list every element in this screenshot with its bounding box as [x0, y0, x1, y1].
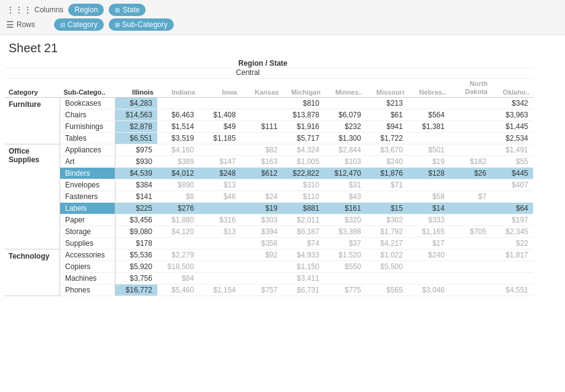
- subcategory-cell: Chairs: [60, 109, 115, 121]
- cell-nebraska: $58: [408, 191, 450, 203]
- cell-indiana: $2,279: [157, 249, 199, 261]
- cell-oklahoma: [491, 191, 533, 203]
- cell-nebraska: [408, 273, 450, 284]
- category-cell: Technology: [5, 249, 60, 296]
- cell-iowa: $46: [199, 191, 241, 203]
- rows-row: ☰ Rows ⊟ Category ⊞ Sub-Category: [6, 18, 559, 31]
- table-row: Machines$3,756$84$3,411: [5, 273, 533, 284]
- cell-north_dakota: [450, 284, 491, 296]
- cell-nebraska: [408, 133, 450, 144]
- col-michigan-header: Michigan: [282, 79, 324, 98]
- cell-illinois: $4,539: [115, 168, 157, 179]
- cell-indiana: $3,519: [157, 133, 199, 144]
- cell-michigan: $110: [282, 191, 324, 203]
- cell-michigan: $4,324: [282, 144, 324, 156]
- cell-kansas: $303: [241, 214, 282, 226]
- subcategory-cell: Paper: [60, 214, 115, 226]
- subcategory-cell: Tables: [60, 133, 115, 144]
- cell-north_dakota: [450, 273, 491, 284]
- cell-michigan: $1,005: [282, 156, 324, 168]
- cell-minnesota: $161: [324, 203, 366, 214]
- cell-kansas: [241, 133, 282, 144]
- subcategory-cell: Supplies: [60, 238, 115, 249]
- col-minnesota-header: Minnes..: [324, 79, 366, 98]
- header-central-row: Central: [5, 68, 533, 79]
- cell-michigan: $74: [282, 238, 324, 249]
- col-iowa-header: Iowa: [199, 79, 241, 98]
- cell-missouri: $5,500: [366, 261, 408, 273]
- data-table: Region / State Central Category Sub-Cate…: [5, 58, 533, 296]
- cell-iowa: $13: [199, 179, 241, 191]
- cell-missouri: $1,792: [366, 226, 408, 238]
- cell-indiana: $389: [157, 156, 199, 168]
- category-pill[interactable]: ⊟ Category: [54, 18, 104, 31]
- header-cols-row: Category Sub-Catego.. Illinois Indiana I…: [5, 79, 533, 98]
- cell-minnesota: $550: [324, 261, 366, 273]
- cell-indiana: $84: [157, 273, 199, 284]
- cell-north_dakota: $7: [450, 191, 491, 203]
- cell-michigan: $5,717: [282, 133, 324, 144]
- cell-minnesota: $37: [324, 238, 366, 249]
- cell-illinois: $16,772: [115, 284, 157, 296]
- table-row: Copiers$5,920$18,500$1,150$550$5,500: [5, 261, 533, 273]
- cell-minnesota: $232: [324, 121, 366, 133]
- subcategory-cell: Storage: [60, 226, 115, 238]
- cell-minnesota: $2,844: [324, 144, 366, 156]
- category-icon: ⊟: [60, 22, 65, 28]
- col-indiana-header: Indiana: [157, 79, 199, 98]
- table-row: Envelopes$384$890$13$310$31$71$407: [5, 179, 533, 191]
- cell-iowa: [199, 203, 241, 214]
- subcategory-cell: Appliances: [60, 144, 115, 156]
- cell-indiana: $1,514: [157, 121, 199, 133]
- cell-north_dakota: [450, 249, 491, 261]
- columns-icon: ⋮⋮⋮: [6, 5, 32, 15]
- state-pill[interactable]: ⊞ State: [109, 4, 146, 16]
- cell-oklahoma: $1,445: [491, 121, 533, 133]
- cell-iowa: $248: [199, 168, 241, 179]
- cell-missouri: $941: [366, 121, 408, 133]
- table-row: Binders$4,539$4,012$248$612$22,822$12,47…: [5, 168, 533, 179]
- cell-indiana: $4,160: [157, 144, 199, 156]
- cell-oklahoma: [491, 273, 533, 284]
- cell-nebraska: $501: [408, 144, 450, 156]
- cell-iowa: $316: [199, 214, 241, 226]
- cell-illinois: $930: [115, 156, 157, 168]
- cell-kansas: [241, 98, 282, 109]
- cell-minnesota: $43: [324, 191, 366, 203]
- cell-iowa: $1,154: [199, 284, 241, 296]
- table-row: Furnishings$2,878$1,514$49$111$1,916$232…: [5, 121, 533, 133]
- cell-missouri: $71: [366, 179, 408, 191]
- subcategory-cell: Accessories: [60, 249, 115, 261]
- cell-indiana: $276: [157, 203, 199, 214]
- cell-minnesota: $31: [324, 179, 366, 191]
- subcategory-pill[interactable]: ⊞ Sub-Category: [109, 18, 174, 31]
- cell-nebraska: [408, 179, 450, 191]
- cell-minnesota: [324, 98, 366, 109]
- cell-nebraska: $1,165: [408, 226, 450, 238]
- cell-minnesota: $6,079: [324, 109, 366, 121]
- region-pill[interactable]: Region: [68, 4, 104, 16]
- cell-illinois: $4,283: [115, 98, 157, 109]
- cell-minnesota: $12,470: [324, 168, 366, 179]
- region-state-label: Region / State: [115, 58, 533, 68]
- col-subcategory-header: Sub-Catego..: [60, 79, 115, 98]
- table-row: Tables$6,551$3,519$1,185$5,717$1,300$1,7…: [5, 133, 533, 144]
- cell-missouri: $302: [366, 214, 408, 226]
- cell-north_dakota: $705: [450, 226, 491, 238]
- cell-nebraska: [408, 98, 450, 109]
- cell-iowa: [199, 249, 241, 261]
- table-row: Office SuppliesAppliances$975$4,160$82$4…: [5, 144, 533, 156]
- rows-label: ☰ Rows: [6, 20, 49, 29]
- subcategory-cell: Labels: [60, 203, 115, 214]
- cell-illinois: $6,551: [115, 133, 157, 144]
- cell-oklahoma: $342: [491, 98, 533, 109]
- col-illinois-header: Illinois: [115, 79, 157, 98]
- cell-iowa: [199, 273, 241, 284]
- col-category-header: Category: [5, 79, 60, 98]
- cell-michigan: $4,933: [282, 249, 324, 261]
- subcategory-cell: Phones: [60, 284, 115, 296]
- cell-minnesota: $3,398: [324, 226, 366, 238]
- cell-kansas: $163: [241, 156, 282, 168]
- cell-nebraska: $17: [408, 238, 450, 249]
- top-bar: ⋮⋮⋮ Columns Region ⊞ State ☰ Rows ⊟ Cate…: [0, 0, 565, 35]
